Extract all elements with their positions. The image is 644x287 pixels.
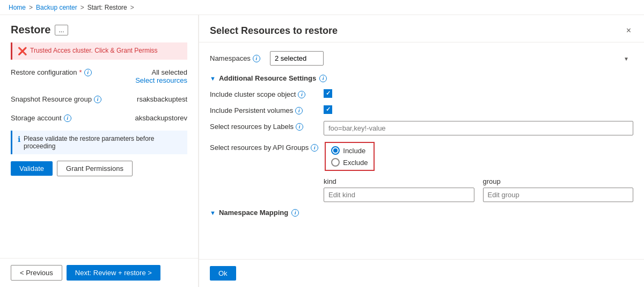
persistent-volumes-checkbox[interactable]: [324, 105, 332, 114]
labels-input[interactable]: foo=bar,key!-value: [324, 121, 633, 135]
include-radio-option[interactable]: Include: [331, 146, 368, 155]
snapshot-rg-value: rsaksbackuptest: [137, 95, 187, 103]
error-banner: ❌ Trusted Acces cluster. Click & Grant P…: [11, 42, 187, 60]
info-banner: ℹ Please validate the restore parameters…: [11, 131, 187, 154]
cluster-scope-checkbox[interactable]: [324, 89, 332, 98]
page-title: Restore: [11, 24, 50, 36]
labels-control[interactable]: foo=bar,key!-value: [324, 121, 633, 135]
snapshot-rg-row: Snapshot Resource group i rsaksbackuptes…: [11, 93, 187, 105]
breadcrumb-home[interactable]: Home: [9, 4, 26, 11]
kind-group-row: kind group: [324, 177, 633, 202]
snapshot-rg-label: Snapshot Resource group i: [11, 95, 101, 103]
breadcrumb-bar: Home > Backup center > Start: Restore >: [0, 0, 644, 15]
exclude-radio-option[interactable]: Exclude: [331, 158, 368, 167]
main-layout: Restore ... ❌ Trusted Acces cluster. Cli…: [0, 15, 644, 287]
next-button[interactable]: Next: Review + restore >: [67, 265, 160, 281]
bottom-nav: < Previous Next: Review + restore >: [0, 258, 198, 287]
namespace-label: Namespaces i: [210, 54, 264, 62]
restore-config-row: Restore configuration * i All selected S…: [11, 66, 187, 87]
storage-account-row: Storage account i aksbackupstorev: [11, 112, 187, 124]
ok-button[interactable]: Ok: [210, 266, 236, 281]
validate-button[interactable]: Validate: [11, 161, 53, 176]
kind-input[interactable]: [324, 188, 474, 202]
cluster-scope-info-icon[interactable]: i: [298, 91, 305, 98]
group-input[interactable]: [483, 188, 634, 202]
restore-config-value: All selected Select resources: [135, 68, 187, 84]
ellipsis-button[interactable]: ...: [55, 25, 68, 35]
breadcrumb-sep-3: >: [130, 4, 134, 11]
include-radio-label: Include: [343, 147, 365, 155]
namespace-row: Namespaces i 2 selected: [210, 51, 633, 66]
breadcrumb-current: Start: Restore: [87, 4, 127, 11]
namespace-dropdown-wrapper: 2 selected: [270, 51, 633, 66]
modal-footer: Ok: [199, 259, 644, 287]
api-groups-row: Select resources by API Groups i Include…: [210, 142, 633, 171]
additional-settings-section[interactable]: ▼ Additional Resource Settings i: [210, 74, 633, 82]
info-message: Please validate the restore parameters b…: [24, 135, 182, 150]
cluster-scope-control: [324, 89, 633, 98]
namespace-mapping-section[interactable]: ▼ Namespace Mapping i: [210, 209, 633, 217]
storage-account-info-icon[interactable]: i: [64, 114, 71, 122]
labels-label: Select resources by Labels i: [210, 121, 317, 131]
modal-title: Select Resources to restore: [210, 25, 338, 37]
storage-account-value: aksbackupstorev: [135, 114, 187, 122]
section-collapse-icon: ▼: [210, 75, 216, 82]
namespace-mapping-info-icon[interactable]: i: [291, 209, 299, 217]
left-panel: Restore ... ❌ Trusted Acces cluster. Cli…: [0, 15, 199, 287]
namespace-info-icon[interactable]: i: [253, 55, 260, 62]
storage-account-label: Storage account i: [11, 114, 71, 122]
breadcrumb-sep-2: >: [80, 4, 84, 11]
breadcrumb-sep-1: >: [29, 4, 33, 11]
group-label: group: [483, 177, 634, 185]
snapshot-rg-info-icon[interactable]: i: [94, 96, 101, 103]
close-button[interactable]: ×: [624, 24, 633, 38]
cluster-scope-row: Include cluster scope object i: [210, 89, 633, 98]
action-row: Validate Grant Permissions: [11, 161, 187, 176]
namespace-dropdown[interactable]: 2 selected: [270, 51, 324, 66]
kind-label: kind: [324, 177, 474, 185]
radio-highlight-box: Include Exclude: [325, 142, 374, 171]
page-title-row: Restore ...: [11, 24, 187, 36]
modal-header: Select Resources to restore ×: [199, 15, 644, 42]
right-panel: Select Resources to restore × Namespaces…: [199, 15, 644, 287]
include-radio[interactable]: [331, 146, 340, 155]
persistent-volumes-row: Include Persistent volumes i: [210, 105, 633, 114]
exclude-radio[interactable]: [331, 158, 340, 167]
group-field: group: [483, 177, 634, 202]
persistent-volumes-control: [324, 105, 633, 114]
breadcrumb-backup-center[interactable]: Backup center: [36, 4, 77, 11]
namespace-mapping-collapse-icon: ▼: [210, 210, 216, 216]
restore-config-info-icon[interactable]: i: [84, 69, 92, 76]
persistent-volumes-label: Include Persistent volumes i: [210, 105, 317, 114]
labels-row: Select resources by Labels i foo=bar,key…: [210, 121, 633, 135]
modal-body: Namespaces i 2 selected ▼ Additional Res…: [199, 42, 644, 259]
select-resources-link[interactable]: Select resources: [135, 76, 187, 84]
error-icon: ❌: [18, 47, 27, 55]
additional-settings-info-icon[interactable]: i: [319, 75, 327, 82]
api-groups-control: Include Exclude: [325, 142, 633, 171]
previous-button[interactable]: < Previous: [11, 265, 62, 281]
required-indicator: *: [79, 68, 82, 76]
kind-field: kind: [324, 177, 474, 202]
exclude-radio-label: Exclude: [343, 159, 368, 167]
namespace-mapping-title: Namespace Mapping: [219, 209, 288, 217]
labels-info-icon[interactable]: i: [296, 123, 303, 131]
error-message: Trusted Acces cluster. Click & Grant Per…: [30, 47, 158, 54]
info-icon: ℹ: [18, 135, 20, 144]
api-groups-info-icon[interactable]: i: [311, 144, 318, 152]
restore-config-label: Restore configuration * i: [11, 68, 92, 76]
api-groups-label: Select resources by API Groups i: [210, 142, 318, 152]
grant-permissions-button[interactable]: Grant Permissions: [57, 161, 133, 176]
persistent-volumes-info-icon[interactable]: i: [295, 107, 303, 114]
section-title: Additional Resource Settings: [219, 74, 316, 82]
cluster-scope-label: Include cluster scope object i: [210, 89, 317, 98]
